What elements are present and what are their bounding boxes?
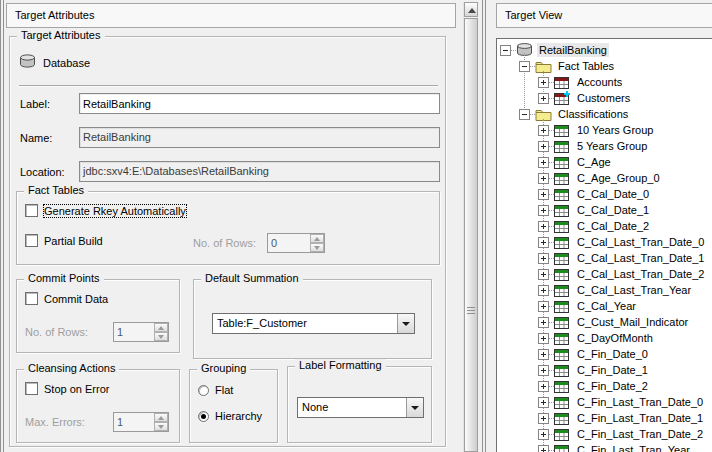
- collapse-icon[interactable]: [519, 61, 530, 72]
- chevron-down-icon: [411, 406, 419, 410]
- expand-icon[interactable]: [538, 77, 549, 88]
- spin-down-button[interactable]: [154, 332, 168, 341]
- no-of-rows-spinner: 1: [113, 322, 169, 342]
- tree-item[interactable]: C_Age: [497, 154, 712, 170]
- tree-item[interactable]: C_Cust_Mail_Indicator: [497, 314, 712, 330]
- group-title: Cleansing Actions: [24, 362, 119, 374]
- spin-up-button[interactable]: [154, 413, 168, 422]
- tree-item[interactable]: C_Cal_Date_1: [497, 202, 712, 218]
- tree-item[interactable]: C_Fin_Date_1: [497, 362, 712, 378]
- default-summation-combobox[interactable]: Table:F_Customer: [212, 313, 415, 334]
- combobox-dropdown-button[interactable]: [406, 398, 423, 417]
- radio-circle-icon: [198, 411, 209, 422]
- spin-up-button[interactable]: [154, 323, 168, 332]
- tree-item[interactable]: C_Fin_Last_Tran_Date_0: [497, 394, 712, 410]
- tree-item-label: C_Fin_Date_2: [575, 379, 650, 393]
- tree-item-label: C_Age: [575, 155, 613, 169]
- table-green-icon: [554, 155, 572, 169]
- expand-icon[interactable]: [538, 285, 549, 296]
- collapse-icon[interactable]: [500, 45, 511, 56]
- expand-icon[interactable]: [538, 397, 549, 408]
- spin-up-icon: [314, 237, 320, 241]
- tree-item[interactable]: C_Fin_Last_Tran_Year: [497, 442, 712, 452]
- commit-data-checkbox[interactable]: [25, 292, 38, 305]
- tree-item[interactable]: Classifications: [497, 106, 712, 122]
- spin-up-button[interactable]: [310, 234, 324, 243]
- tree-item[interactable]: C_DayOfMonth: [497, 330, 712, 346]
- tree-item[interactable]: C_Fin_Date_0: [497, 346, 712, 362]
- table-green-icon: [554, 411, 572, 425]
- commit-data-label: Commit Data: [44, 293, 108, 305]
- expand-icon[interactable]: [538, 269, 549, 280]
- fact-tables-group: Fact Tables Generate Rkey Automatically …: [16, 191, 440, 265]
- tree-item[interactable]: C_Cal_Date_0: [497, 186, 712, 202]
- scrollbar-thumb[interactable]: [464, 18, 478, 452]
- expand-icon[interactable]: [538, 125, 549, 136]
- collapse-icon[interactable]: [519, 109, 530, 120]
- expand-icon[interactable]: [538, 173, 549, 184]
- name-field-caption: Name:: [20, 132, 52, 144]
- tree-item[interactable]: C_Fin_Date_2: [497, 378, 712, 394]
- table-green-icon: [554, 171, 572, 185]
- spin-down-button[interactable]: [154, 422, 168, 431]
- expand-icon[interactable]: [538, 189, 549, 200]
- expand-icon[interactable]: [538, 221, 549, 232]
- expand-icon[interactable]: [538, 205, 549, 216]
- expand-icon[interactable]: [538, 365, 549, 376]
- tree-item[interactable]: C_Cal_Last_Tran_Date_2: [497, 266, 712, 282]
- expand-icon[interactable]: [538, 333, 549, 344]
- tree-item-label: C_Cal_Date_1: [575, 203, 651, 217]
- tree-item[interactable]: C_Cal_Last_Tran_Year: [497, 282, 712, 298]
- target-view-tree[interactable]: RetailBankingFact TablesAccountsCustomer…: [496, 38, 712, 452]
- vertical-scrollbar[interactable]: [463, 2, 477, 452]
- tree-item[interactable]: Accounts: [497, 74, 712, 90]
- expand-icon[interactable]: [538, 381, 549, 392]
- expand-icon[interactable]: [538, 445, 549, 452]
- generate-rkey-checkbox[interactable]: [25, 204, 38, 217]
- expand-icon[interactable]: [538, 413, 549, 424]
- stop-on-error-row: Stop on Error: [25, 382, 109, 395]
- spinner-value: 1: [114, 323, 154, 341]
- expand-icon[interactable]: [538, 301, 549, 312]
- tree-item-label: RetailBanking: [537, 43, 609, 57]
- grouping-group: Grouping Flat Hierarchy: [189, 369, 278, 443]
- tree-item[interactable]: 10 Years Group: [497, 122, 712, 138]
- table-green-icon: [554, 315, 572, 329]
- spin-down-icon: [314, 246, 320, 250]
- label-input[interactable]: [79, 93, 440, 114]
- expand-icon[interactable]: [538, 429, 549, 440]
- partial-build-checkbox[interactable]: [25, 234, 38, 247]
- tree-item[interactable]: C_Age_Group_0: [497, 170, 712, 186]
- expand-icon[interactable]: [538, 157, 549, 168]
- tree-item[interactable]: C_Fin_Last_Tran_Date_2: [497, 426, 712, 442]
- combobox-dropdown-button[interactable]: [397, 314, 414, 333]
- tree-item-label: Customers: [575, 91, 632, 105]
- tree-item[interactable]: C_Cal_Last_Tran_Date_0: [497, 234, 712, 250]
- tree-item[interactable]: 5 Years Group: [497, 138, 712, 154]
- expand-icon[interactable]: [538, 141, 549, 152]
- scroll-up-button[interactable]: [464, 2, 478, 17]
- tree-item[interactable]: Customers: [497, 90, 712, 106]
- tree-item[interactable]: C_Cal_Date_2: [497, 218, 712, 234]
- spin-down-icon: [158, 425, 164, 429]
- expand-icon[interactable]: [538, 237, 549, 248]
- default-summation-group: Default Summation Table:F_Customer: [193, 279, 432, 359]
- stop-on-error-checkbox[interactable]: [25, 382, 38, 395]
- tree-item[interactable]: RetailBanking: [497, 42, 712, 58]
- expand-icon[interactable]: [538, 93, 549, 104]
- table-green-icon: [554, 379, 572, 393]
- panel-border: [485, 0, 486, 452]
- tree-item[interactable]: C_Fin_Last_Tran_Date_1: [497, 410, 712, 426]
- spin-down-button[interactable]: [310, 243, 324, 252]
- tree-item[interactable]: Fact Tables: [497, 58, 712, 74]
- tree-item[interactable]: C_Cal_Last_Tran_Date_1: [497, 250, 712, 266]
- expand-icon[interactable]: [538, 317, 549, 328]
- table-green-icon: [554, 427, 572, 441]
- expand-icon[interactable]: [538, 349, 549, 360]
- table-green-icon: [554, 251, 572, 265]
- radio-flat[interactable]: Flat: [198, 384, 233, 396]
- radio-hierarchy[interactable]: Hierarchy: [198, 410, 262, 422]
- label-formatting-combobox[interactable]: None: [297, 397, 424, 418]
- tree-item[interactable]: C_Cal_Year: [497, 298, 712, 314]
- expand-icon[interactable]: [538, 253, 549, 264]
